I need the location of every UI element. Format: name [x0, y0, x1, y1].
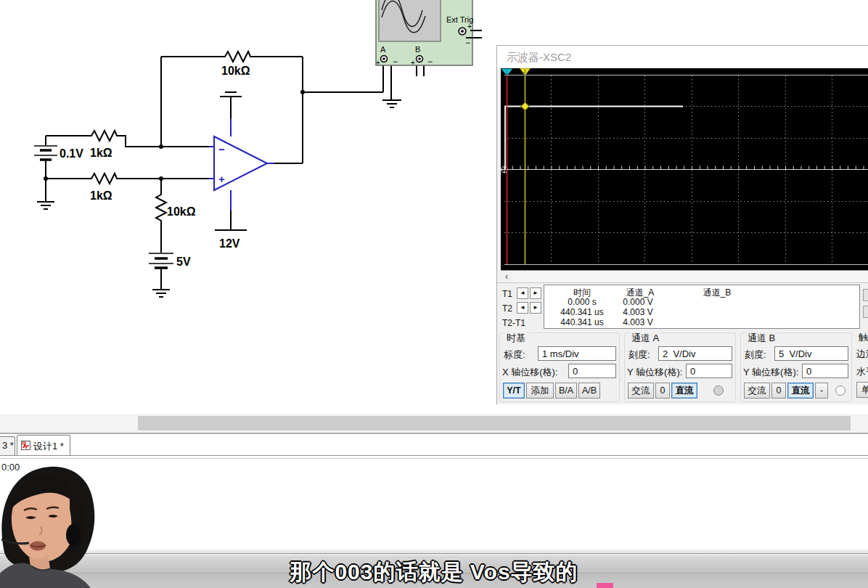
- channel-a-zero-button[interactable]: 0: [655, 383, 670, 399]
- trigger-edge-label: 边沿: [856, 348, 868, 361]
- opamp-supply-label: 12V: [219, 237, 240, 250]
- schematic-canvas: 10kΩ 1kΩ 1kΩ 10kΩ 0.1V 5V: [0, 0, 501, 341]
- tab-inactive-partial[interactable]: 3 *: [0, 436, 15, 455]
- t2-time: 440.341 us: [560, 307, 603, 317]
- t2t1-time: 440.341 us: [560, 317, 603, 327]
- scope-controls-panel: 时基 标度: X 轴位移(格): Y/T 添加 B/A A/B 通道 A 刻度:…: [497, 330, 868, 404]
- wire-output[interactable]: [267, 62, 383, 163]
- t2t1-label: T2-T1: [502, 318, 525, 328]
- ext-trig-minus: −: [465, 38, 470, 48]
- canvas-horizontal-scrollbar[interactable]: [0, 414, 868, 433]
- tabbar-lower-line: [0, 458, 868, 459]
- battery-input-source[interactable]: 0.1V: [34, 136, 83, 160]
- terminal-b-label: B: [415, 45, 420, 54]
- battery-input-label: 0.1V: [60, 147, 83, 160]
- channel-b-dc-button[interactable]: 直流: [787, 383, 814, 399]
- wire-inverting-input[interactable]: [46, 136, 209, 147]
- design-tabbar: 3 * 设计1 *: [0, 435, 868, 456]
- channel-b-scale-input[interactable]: [774, 346, 848, 361]
- ground-bias[interactable]: [152, 290, 170, 297]
- oscilloscope-display[interactable]: 1 2: [501, 68, 868, 270]
- ba-mode-button[interactable]: B/A: [555, 383, 577, 399]
- resistor-input-bottom-label: 1kΩ: [90, 189, 112, 202]
- opamp-minus-sign: −: [218, 143, 225, 155]
- t2t1-ch-a: 4.003 V: [623, 317, 652, 327]
- partial-button-bottom[interactable]: [863, 306, 868, 318]
- webcam-overlay: [0, 460, 138, 588]
- channel-b-ac-button[interactable]: 交流: [744, 383, 770, 399]
- col-header-channel-b: 通道_B: [703, 287, 732, 299]
- ground-opamp-top[interactable]: [220, 92, 242, 118]
- timebase-offset-label: X 轴位移(格):: [502, 366, 558, 379]
- tab-inactive-label: 3 *: [2, 440, 14, 451]
- ext-trig-plus: +: [467, 23, 472, 30]
- channel-a-offset-label: Y 轴位移(格):: [627, 366, 682, 379]
- terminal-a-dot: [382, 57, 385, 60]
- channel-b-offset-input[interactable]: [802, 364, 848, 378]
- oscilloscope-title: 示波器-XSC2: [507, 51, 571, 65]
- trigger-level-label: 水平: [856, 365, 868, 378]
- ground-left[interactable]: [37, 202, 54, 209]
- headset-earpiece: [66, 524, 81, 546]
- resistor-feedback[interactable]: 10kΩ: [221, 52, 252, 77]
- battery-bias-source[interactable]: 5V: [149, 253, 191, 268]
- yt-mode-button[interactable]: Y/T: [503, 383, 525, 399]
- terminal-a-plus: +: [376, 59, 380, 67]
- chevron-left-icon[interactable]: ‹: [501, 271, 512, 282]
- progress-marker[interactable]: [597, 583, 613, 588]
- oscilloscope-titlebar[interactable]: 示波器-XSC2: [497, 46, 868, 69]
- t1-ch-a: 0.000 V: [623, 297, 652, 307]
- channel-b-zero-button[interactable]: 0: [771, 383, 786, 399]
- cursor2-number: 2: [523, 69, 526, 74]
- channel-a-radio[interactable]: [713, 385, 724, 396]
- t1-time: 0.000 s: [568, 297, 596, 307]
- resistor-input-top-label: 1kΩ: [90, 147, 112, 159]
- ab-mode-button[interactable]: A/B: [578, 383, 600, 399]
- cursor1-number: 1: [505, 70, 508, 75]
- channel-b-group: 通道 B 刻度: Y 轴位移(格): 交流 0 直流 -: [740, 332, 852, 402]
- terminal-b-dot: [418, 57, 420, 60]
- trigger-single-button[interactable]: 单: [856, 382, 868, 398]
- timebase-title: 时基: [504, 332, 528, 345]
- tab-design1-label: 设计1 *: [33, 440, 64, 453]
- scrollbar-thumb[interactable]: [138, 416, 851, 430]
- scope-measurement-panel: T1 ◄ ► T2 ◄ ► T2-T1 时间 通道_A 通道_B 0.000 s…: [497, 282, 868, 331]
- schematic-doc-icon: [20, 440, 31, 451]
- battery-bias-label: 5V: [176, 256, 191, 268]
- t2-label: T2: [502, 303, 512, 314]
- resistor-bias[interactable]: 10kΩ: [156, 192, 196, 225]
- partial-button-top[interactable]: [863, 289, 868, 301]
- terminal-b-plus: +: [411, 59, 415, 67]
- channel-a-dc-button[interactable]: 直流: [671, 383, 697, 399]
- opamp-plus-sign: +: [218, 173, 225, 185]
- channel-a-title: 通道 A: [629, 332, 661, 345]
- channel-a-ac-button[interactable]: 交流: [628, 383, 654, 399]
- t1-label: T1: [502, 289, 512, 299]
- channel-a-group: 通道 A 刻度: Y 轴位移(格): 交流 0 直流: [624, 332, 736, 402]
- timebase-scale-input[interactable]: [538, 346, 616, 361]
- add-mode-button[interactable]: 添加: [526, 383, 554, 399]
- trigger-title: 触发: [856, 331, 868, 344]
- t1-left-button[interactable]: ◄: [517, 287, 528, 299]
- tab-design1[interactable]: 设计1 *: [17, 435, 70, 455]
- oscilloscope-instrument-icon[interactable]: Ext Trig + − A + − B + −: [376, 0, 482, 67]
- t1-right-button[interactable]: ►: [530, 287, 541, 299]
- resistor-feedback-label: 10kΩ: [221, 65, 250, 77]
- channel-a-offset-input[interactable]: [686, 364, 732, 378]
- t2-left-button[interactable]: ◄: [517, 302, 528, 314]
- resistor-input-bottom[interactable]: 1kΩ: [89, 173, 118, 202]
- ground-scope-a[interactable]: [382, 100, 401, 107]
- wire-noninverting-input[interactable]: [46, 160, 209, 179]
- scope-display-scrollbar[interactable]: ‹: [501, 270, 868, 283]
- channel-a-scale-input[interactable]: [658, 346, 732, 361]
- timebase-scale-label: 标度:: [504, 348, 525, 362]
- channel-b-radio[interactable]: [835, 385, 846, 396]
- channel-b-offset-label: Y 轴位移(格):: [743, 366, 798, 379]
- opamp[interactable]: − + 12V: [209, 118, 274, 250]
- resistor-input-top[interactable]: 1kΩ: [89, 131, 118, 159]
- timebase-offset-input[interactable]: [568, 364, 616, 378]
- scope-icon-screen: [379, 0, 441, 41]
- channel-b-minus-button[interactable]: -: [815, 383, 828, 399]
- channel-b-title: 通道 B: [745, 332, 777, 345]
- t2-right-button[interactable]: ►: [530, 302, 541, 314]
